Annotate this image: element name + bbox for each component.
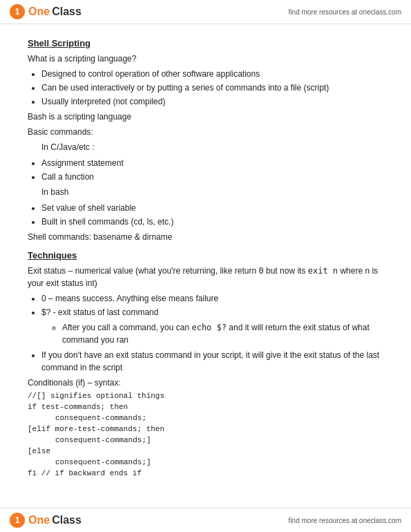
logo: 1OneClass: [10, 4, 82, 19]
basic-commands-label: Basic commands:: [28, 126, 383, 138]
list-item: Set value of shell variable: [41, 202, 383, 214]
what-is-scripting: What is a scripting language?: [28, 53, 383, 65]
header-tagline: find more resources at oneclass.com: [289, 8, 401, 16]
code-line-2: if test-commands; then: [28, 403, 383, 411]
logo-one-text: One: [28, 6, 50, 18]
bash-scripting-lang: Bash is a scripting language: [28, 111, 383, 123]
footer-logo-circle-icon: 1: [10, 513, 25, 528]
scripting-bullet-list: Designed to control operation of other s…: [41, 68, 383, 108]
code-line-4: [elif more-test-commands; then: [28, 425, 383, 433]
list-item: Designed to control operation of other s…: [41, 68, 383, 80]
footer-tagline: find more resources at oneclass.com: [289, 517, 401, 524]
list-item: Can be used interactively or by putting …: [41, 82, 383, 94]
footer-logo-class-text: Class: [52, 514, 82, 526]
in-bash-label: In bash: [41, 186, 383, 199]
conditionals-label: Conditionals (if) – syntax:: [28, 377, 383, 389]
list-item: After you call a command, you can echo $…: [62, 321, 383, 346]
exit-status-list: 0 – means success. Anything else means f…: [41, 292, 383, 374]
logo-class-text: Class: [52, 6, 82, 18]
list-item: Call a function: [41, 171, 383, 183]
code-line-5: consequent-commands;]: [55, 436, 383, 444]
list-item: Built in shell commands (cd, ls, etc.): [41, 216, 383, 228]
code-line-1: //[] signifies optional things: [28, 392, 383, 400]
page-header: 1OneClass find more resources at oneclas…: [0, 0, 411, 24]
list-item: 0 – means success. Anything else means f…: [41, 292, 383, 305]
bash-list: Set value of shell variable Built in she…: [41, 202, 383, 228]
section-title-techniques: Techniques: [28, 250, 383, 260]
exit-status-text: Exit status – numerical value (what you'…: [28, 265, 383, 289]
code-line-7: consequent-commands;]: [55, 458, 383, 466]
section-title-shell: Shell Scripting: [28, 38, 383, 48]
shell-commands-text: Shell commands: basename & dirname: [28, 231, 383, 243]
footer-logo: 1OneClass: [10, 513, 82, 528]
sub-list: After you call a command, you can echo $…: [62, 321, 383, 346]
page-footer: 1OneClass find more resources at oneclas…: [0, 508, 411, 532]
c-java-list: Assignment statement Call a function: [41, 157, 383, 183]
code-line-8: fi // if backward ends if: [28, 469, 383, 477]
in-c-java-label: In C/Java/etc :: [41, 141, 383, 154]
footer-logo-one-text: One: [28, 514, 50, 526]
list-item: $? - exit status of last command After y…: [41, 306, 383, 346]
code-line-6: [else: [28, 447, 383, 455]
list-item: Usually interpreted (not compiled): [41, 95, 383, 108]
logo-circle-icon: 1: [10, 4, 25, 19]
main-content: Shell Scripting What is a scripting lang…: [0, 24, 411, 522]
list-item: If you don't have an exit status command…: [41, 349, 383, 374]
code-line-3: consequent-commands;: [55, 414, 383, 422]
list-item: Assignment statement: [41, 157, 383, 169]
